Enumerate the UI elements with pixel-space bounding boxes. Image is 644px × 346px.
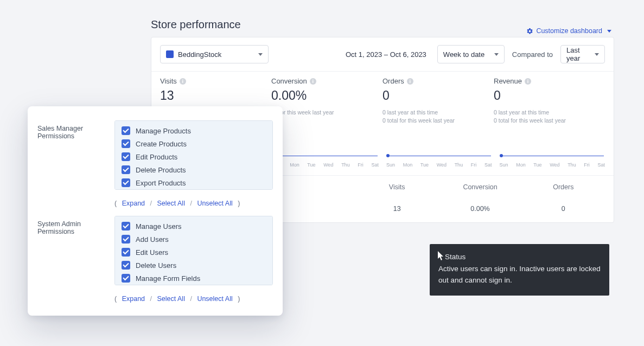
metric-label: Visits bbox=[160, 77, 177, 85]
permission-list-sales[interactable]: Manage ProductsCreate ProductsEdit Produ… bbox=[114, 120, 273, 190]
cell-orders: 0 bbox=[522, 205, 605, 213]
info-icon[interactable]: i bbox=[310, 78, 316, 85]
permission-item-label: Edit Products bbox=[136, 153, 177, 161]
metric-label: Conversion bbox=[271, 77, 307, 85]
permission-item[interactable]: Add Users bbox=[117, 233, 270, 246]
chart-axis-label: Sat bbox=[371, 162, 379, 168]
info-icon[interactable]: i bbox=[407, 78, 413, 85]
tooltip-title: Status bbox=[445, 252, 466, 262]
unselect-all-link[interactable]: Unselect All bbox=[194, 200, 235, 207]
chart-axis-label: Fri bbox=[584, 162, 590, 168]
permission-item-label: Create Products bbox=[136, 140, 187, 148]
checkbox-checked-icon[interactable] bbox=[122, 235, 130, 244]
cell-conversion: 0.00% bbox=[438, 205, 521, 213]
chart-axis-label: Tue bbox=[420, 162, 429, 168]
filter-row: BeddingStock Oct 1, 2023 – Oct 6, 2023 W… bbox=[151, 37, 614, 71]
chevron-down-icon bbox=[607, 30, 611, 33]
metric-value: 0.00% bbox=[271, 88, 377, 103]
date-range-text: Oct 1, 2023 – Oct 6, 2023 bbox=[346, 50, 426, 59]
unselect-all-link[interactable]: Unselect All bbox=[194, 295, 235, 303]
metric-sub: 0 last year at this time0 total for this… bbox=[494, 108, 600, 124]
customize-dashboard-link[interactable]: Customize dashboard bbox=[526, 27, 611, 35]
expand-link[interactable]: Expand bbox=[119, 200, 148, 207]
chart-orders: SunMonTueWedThuFriSat bbox=[386, 135, 492, 168]
col-visits: Visits bbox=[355, 183, 438, 191]
permission-item-label: Manage Users bbox=[136, 222, 182, 230]
cursor-icon bbox=[437, 251, 445, 261]
permission-actions-sales: ( Expand / Select All / Unselect All ) bbox=[114, 200, 273, 207]
chart-axis-label: Mon bbox=[516, 162, 526, 168]
chart-axis-label: Sun bbox=[386, 162, 395, 168]
info-icon[interactable]: i bbox=[525, 78, 531, 85]
cell-visits: 13 bbox=[355, 205, 438, 213]
col-conversion: Conversion bbox=[438, 183, 521, 191]
permission-item-label: Add Users bbox=[136, 235, 169, 244]
compare-select[interactable]: Last year bbox=[560, 45, 605, 63]
permission-actions-admin: ( Expand / Select All / Unselect All ) bbox=[114, 295, 273, 303]
chevron-down-icon bbox=[258, 53, 263, 56]
checkbox-checked-icon[interactable] bbox=[122, 274, 130, 283]
col-orders: Orders bbox=[522, 183, 605, 191]
checkbox-checked-icon[interactable] bbox=[122, 261, 130, 270]
checkbox-checked-icon[interactable] bbox=[122, 178, 130, 187]
permission-item[interactable]: Export Products bbox=[117, 176, 270, 189]
select-all-link[interactable]: Select All bbox=[154, 200, 188, 207]
permission-item[interactable]: Manage Users bbox=[117, 220, 270, 233]
compare-select-value: Last year bbox=[566, 46, 595, 62]
chart-axis-label: Thu bbox=[455, 162, 463, 168]
checkbox-checked-icon[interactable] bbox=[122, 165, 130, 174]
chart-axis-label: Thu bbox=[568, 162, 576, 168]
chevron-down-icon bbox=[595, 53, 599, 56]
expand-link[interactable]: Expand bbox=[119, 295, 148, 303]
compared-to-label: Compared to bbox=[512, 50, 553, 59]
checkbox-checked-icon[interactable] bbox=[122, 139, 130, 148]
permission-group-title-sales: Sales Manager Permissions bbox=[37, 120, 114, 190]
permission-item[interactable]: Create Products bbox=[117, 137, 270, 150]
permission-item[interactable]: Delete Users bbox=[117, 259, 270, 272]
metric-label: Revenue bbox=[494, 77, 522, 85]
permission-list-admin[interactable]: Manage UsersAdd UsersEdit UsersDelete Us… bbox=[114, 216, 273, 285]
status-tooltip: Status Active users can sign in. Inactiv… bbox=[430, 244, 609, 296]
permission-item-label: Edit Users bbox=[136, 248, 168, 257]
customize-dashboard-label: Customize dashboard bbox=[536, 27, 602, 35]
permission-item[interactable]: Delete Products bbox=[117, 163, 270, 176]
metric-value: 13 bbox=[160, 88, 266, 103]
tooltip-body: Active users can sign in. Inactive users… bbox=[438, 264, 601, 286]
metric-conversion: Conversioni 0.00% tal for this week last… bbox=[271, 77, 382, 124]
store-select-value: BeddingStock bbox=[178, 50, 221, 59]
select-all-link[interactable]: Select All bbox=[154, 295, 188, 303]
chart-axis-label: Wed bbox=[550, 162, 559, 168]
checkbox-checked-icon[interactable] bbox=[122, 152, 130, 161]
checkbox-checked-icon[interactable] bbox=[122, 126, 130, 135]
period-select[interactable]: Week to date bbox=[437, 45, 505, 63]
permission-group-title-admin: System Admin Permissions bbox=[37, 216, 114, 285]
chart-axis-label: Wed bbox=[323, 162, 333, 168]
checkbox-checked-icon[interactable] bbox=[122, 248, 130, 257]
chevron-down-icon bbox=[494, 53, 499, 56]
checkbox-checked-icon[interactable] bbox=[122, 222, 130, 230]
gear-icon bbox=[526, 28, 533, 35]
metric-value: 0 bbox=[494, 88, 600, 103]
permission-item-label: Manage Form Fields bbox=[136, 274, 200, 283]
permission-item[interactable]: Manage Products bbox=[117, 124, 270, 137]
chart-axis-label: Fri bbox=[471, 162, 477, 168]
info-icon[interactable]: i bbox=[180, 78, 186, 85]
chart-conversion: SunMonTueWedThuFriSat bbox=[273, 135, 379, 168]
page-title: Store performance bbox=[151, 18, 241, 31]
permission-item[interactable]: Manage Form Fields bbox=[117, 272, 270, 285]
chart-axis-label: Sat bbox=[484, 162, 492, 168]
metric-sub: tal for this week last year bbox=[271, 108, 377, 117]
chart-axis-label: Tue bbox=[533, 162, 541, 168]
metric-label: Orders bbox=[382, 77, 404, 85]
metric-orders: Ordersi 0 0 last year at this time0 tota… bbox=[382, 77, 494, 124]
permission-item-label: Export Products bbox=[136, 179, 186, 187]
chart-axis-label: Thu bbox=[341, 162, 350, 168]
permission-item-label: Manage Products bbox=[136, 127, 191, 135]
permission-item[interactable]: Edit Users bbox=[117, 246, 270, 259]
permission-item-label: Delete Products bbox=[136, 166, 186, 174]
permission-item-label: Delete Users bbox=[136, 261, 176, 270]
store-select[interactable]: BeddingStock bbox=[160, 45, 269, 63]
chart-axis-label: Mon bbox=[403, 162, 413, 168]
permission-item[interactable]: Edit Products bbox=[117, 150, 270, 163]
chart-revenue: SunMonTueWedThuFriSat bbox=[500, 135, 605, 168]
